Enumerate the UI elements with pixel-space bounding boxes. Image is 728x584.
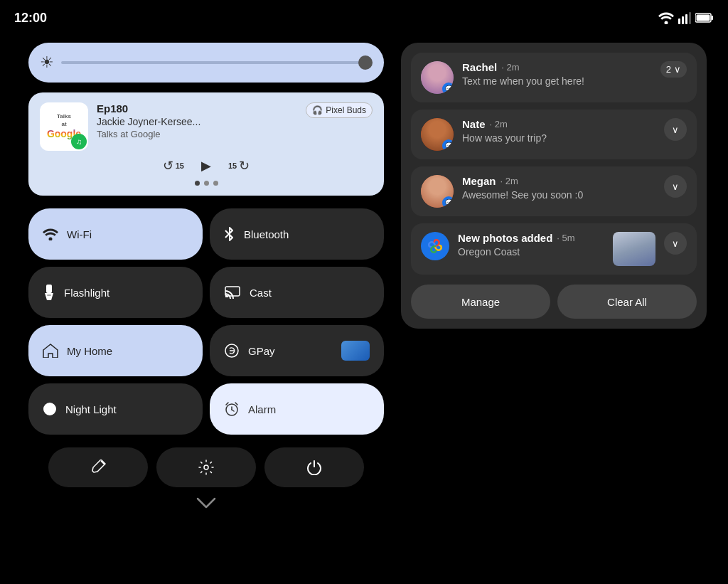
dot-3 [213,181,218,186]
media-source: Talks at Google [97,129,297,139]
media-page-dots [40,181,373,186]
notif-title-photos: New photos added [458,232,552,244]
flashlight-tile-label: Flashlight [64,287,109,299]
play-button[interactable]: ▶ [201,158,211,174]
flashlight-tile-icon [43,285,55,300]
media-info: Ep180 Jackie Joyner-Kersee... Talks at G… [97,102,297,139]
cast-tile-icon [224,285,241,299]
notif-text-nate: How was your trip? [462,132,655,144]
tile-wifi[interactable]: Wi-Fi [28,208,203,260]
tile-bluetooth[interactable]: Bluetooth [210,208,384,260]
media-card[interactable]: Talksat Google ♫ Ep180 Jackie Joyner-Ker… [28,92,384,196]
quick-tiles-grid: Wi-Fi Bluetooth Flashlight [28,208,384,435]
message-app-badge: 💬 [442,83,454,94]
notification-megan[interactable]: 💬 Megan · 2m Awesome! See you soon :0 ∨ [411,166,697,216]
brightness-track[interactable] [61,61,373,64]
brightness-icon: ☀ [40,53,54,72]
svg-rect-7 [697,15,710,21]
tile-myhome[interactable]: My Home [28,325,203,376]
media-art-wrap: Talksat Google ♫ [40,102,88,151]
wifi-tile-icon [43,228,58,240]
gpay-tile-label: GPay [248,345,275,357]
media-episode: Ep180 [97,102,297,115]
wifi-tile-label: Wi-Fi [67,228,92,240]
quick-settings-panel: ☀ Talksat Google ♫ Ep180 Jackie Joyner-K… [28,43,384,563]
tile-alarm[interactable]: Alarm [210,383,384,435]
count-badge-rachel[interactable]: 2 ∨ [660,61,687,78]
edit-button[interactable] [48,447,148,487]
thumbnail-image [613,232,655,266]
tile-gpay[interactable]: GPay [210,325,384,376]
expand-photos-button[interactable]: ∨ [664,232,687,255]
nightlight-tile-label: Night Light [65,403,117,415]
gear-icon [198,460,214,475]
notif-name-nate: Nate [462,118,486,130]
notif-header-rachel: Rachel · 2m [462,61,652,73]
rewind-seconds: 15 [176,161,184,170]
notification-rachel[interactable]: 💬 Rachel · 2m Text me when you get here!… [411,53,697,102]
media-top: Talksat Google ♫ Ep180 Jackie Joyner-Ker… [40,102,373,151]
wifi-status-icon [658,11,674,24]
clear-all-button[interactable]: Clear All [557,285,697,319]
message-badge-megan: 💬 [442,196,454,208]
pencil-icon [90,460,106,475]
media-title: Jackie Joyner-Kersee... [97,116,297,127]
avatar-rachel: 💬 [421,61,454,94]
bluetooth-tile-label: Bluetooth [244,228,289,240]
gpay-left: GPay [224,343,275,359]
chevron-down-small: ∨ [674,64,681,75]
svg-rect-3 [685,14,687,24]
notif-subtitle-photos: Oregon Coast [458,246,604,258]
count-number: 2 [666,64,671,75]
svg-rect-2 [682,16,684,24]
notif-name-megan: Megan [462,175,496,187]
forward-button[interactable]: 15 ↻ [228,158,250,174]
manage-button[interactable]: Manage [411,285,550,319]
message-badge-nate: 💬 [442,139,454,151]
pixel-buds-label: Pixel Buds [326,105,366,115]
svg-line-17 [232,410,234,411]
rewind-button[interactable]: ↺ 15 [163,158,184,174]
myhome-tile-icon [43,344,58,358]
tile-nightlight[interactable]: Night Light [28,383,203,435]
tile-flashlight[interactable]: Flashlight [28,267,203,318]
pixel-buds-icon: 🎧 [312,105,323,115]
expand-megan-button[interactable]: ∨ [664,175,687,198]
notif-time-rachel: · 2m [501,62,519,73]
expand-nate-button[interactable]: ∨ [664,118,687,141]
notification-photos[interactable]: New photos added · 5m Oregon Coast ∨ [411,223,697,275]
forward-seconds: 15 [228,161,237,170]
expand-chevron[interactable] [28,497,384,509]
notif-header-megan: Megan · 2m [462,175,655,187]
status-time: 12:00 [14,11,47,26]
notif-text-megan: Awesome! See you soon :0 [462,189,655,201]
battery-status-icon [695,13,714,23]
notif-header-photos: New photos added · 5m [458,232,604,244]
notification-nate[interactable]: 💬 Nate · 2m How was your trip? ∨ [411,110,697,159]
svg-point-0 [665,21,668,25]
notif-time-photos: · 5m [557,233,574,243]
power-button[interactable] [264,447,364,487]
dot-1 [195,181,200,186]
notifications-panel: 💬 Rachel · 2m Text me when you get here!… [401,43,707,329]
gpay-card [341,341,370,361]
settings-button[interactable] [156,447,256,487]
svg-rect-6 [712,16,714,20]
tile-cast[interactable]: Cast [210,267,384,318]
brightness-slider[interactable]: ☀ [28,43,384,83]
dot-2 [204,181,209,186]
myhome-tile-label: My Home [67,345,112,357]
svg-rect-1 [678,18,680,24]
nightlight-tile-icon [43,401,57,417]
brightness-thumb[interactable] [358,55,373,70]
signal-status-icon [678,11,691,24]
avatar-nate: 💬 [421,118,454,151]
media-controls: ↺ 15 ▶ 15 ↻ [40,158,373,174]
photos-app-icon [421,232,449,260]
notif-expand-rachel: 2 ∨ [660,61,687,78]
photos-thumbnail [613,232,655,266]
forward-icon: ↻ [239,158,250,174]
notif-body-nate: Nate · 2m How was your trip? [462,118,655,144]
alarm-tile-icon [224,401,240,417]
svg-point-20 [204,465,208,469]
